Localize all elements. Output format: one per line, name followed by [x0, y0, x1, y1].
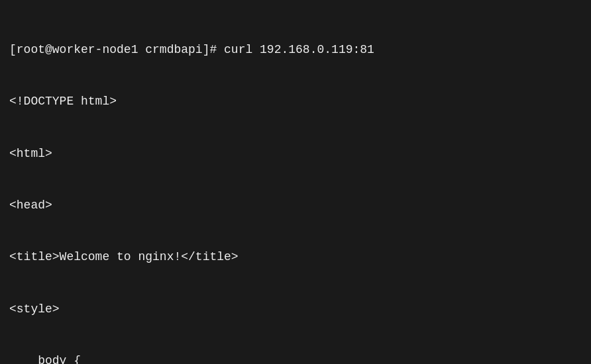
- terminal-line-5: <title>Welcome to nginx!</title>: [9, 248, 582, 265]
- terminal-line-3: <html>: [9, 145, 582, 162]
- terminal-line-4: <head>: [9, 197, 582, 214]
- terminal-line-7: body {: [9, 352, 582, 364]
- terminal-line-2: <!DOCTYPE html>: [9, 93, 582, 110]
- terminal-line-1: [root@worker-node1 crmdbapi]# curl 192.1…: [9, 41, 582, 58]
- terminal: [root@worker-node1 crmdbapi]# curl 192.1…: [0, 0, 591, 364]
- terminal-line-6: <style>: [9, 300, 582, 318]
